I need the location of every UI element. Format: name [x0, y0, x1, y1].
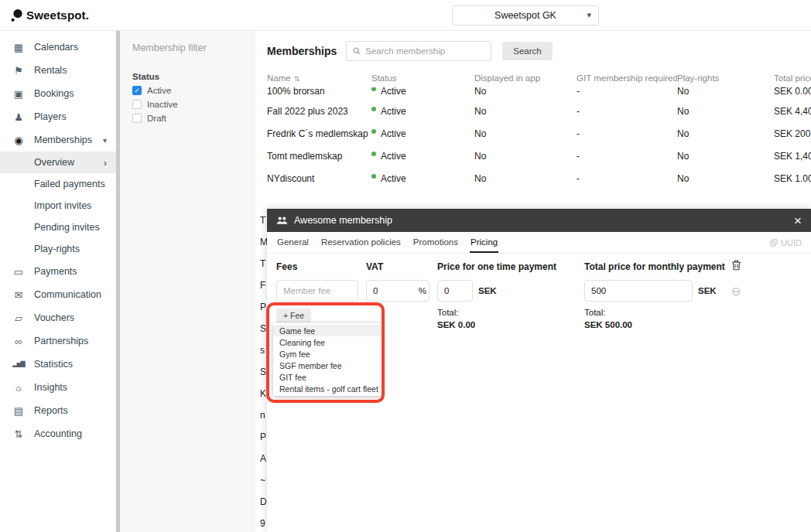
monthly-total: Total: SEK 500.00	[584, 308, 731, 329]
monthly-column-label: Total price for monthly payment	[584, 261, 731, 272]
sidebar-scrollbar[interactable]	[116, 31, 120, 532]
bookings-icon: ▣	[12, 89, 25, 99]
pricing-panel: Fees VAT Price for one time payment Tota…	[267, 254, 811, 337]
close-icon[interactable]: ×	[794, 214, 802, 227]
sidebar-item-communication[interactable]: ✉Communication	[0, 283, 116, 306]
sidebar-item-vouchers[interactable]: ▱Vouchers	[0, 306, 116, 329]
memberships-icon: ◉	[12, 135, 25, 145]
fees-header-row: Fees VAT Price for one time payment Tota…	[276, 261, 802, 274]
sidebar-item-memberships[interactable]: ◉ Memberships ▾	[0, 128, 116, 152]
players-icon: ♟	[12, 112, 25, 122]
table-row[interactable]: Tomt medlemskap Active No - No SEK 1,400…	[255, 145, 811, 167]
column-total-price: Total price	[774, 73, 811, 83]
sidebar-item-failed-payments[interactable]: Failed payments	[0, 173, 116, 195]
sidebar-item-bookings[interactable]: ▣Bookings	[0, 82, 116, 105]
search-input[interactable]	[365, 46, 484, 56]
club-selector[interactable]: Sweetspot GK ▾	[452, 5, 599, 26]
sek-suffix: SEK	[478, 286, 497, 295]
fee-option-cleaning-fee[interactable]: Cleaning fee	[273, 336, 382, 348]
filter-option-active[interactable]: ✓ Active	[132, 86, 243, 95]
filter-option-inactive[interactable]: Inactive	[132, 100, 243, 109]
covered-row-initial: T	[260, 215, 265, 226]
search-button[interactable]: Search	[502, 42, 552, 60]
fee-option-sgf-member-fee[interactable]: SGF member fee	[273, 360, 382, 371]
sidebar-item-statistics[interactable]: ▂▅▇Statistics	[0, 353, 116, 376]
table-row[interactable]: 100% brorsan Active No - No SEK 0.00	[255, 87, 811, 100]
covered-row-initial: ~	[260, 475, 265, 486]
table-row[interactable]: Fredrik C´s medlemskap Active No - No SE…	[255, 122, 811, 145]
column-play-rights: Play-rights	[677, 73, 774, 83]
vouchers-icon: ▱	[12, 313, 25, 323]
sidebar-item-partnerships[interactable]: ∞Partnerships	[0, 329, 116, 353]
fees-column-label: Fees	[276, 261, 366, 272]
table-row-clipped: 100% brorsan Active No - No SEK 0.00	[255, 87, 811, 100]
remove-fee-icon[interactable]: ⊖	[731, 285, 741, 297]
modal-tabs: General Reservation policies Promotions …	[267, 232, 811, 254]
uuid-button[interactable]: UUID	[770, 232, 802, 253]
fee-option-game-fee[interactable]: Game fee	[273, 325, 382, 336]
filter-group-label: Status	[132, 72, 243, 81]
fee-option-gym-fee[interactable]: Gym fee	[273, 348, 382, 360]
sidebar-item-accounting[interactable]: ⇅Accounting	[0, 422, 116, 445]
fee-name-input[interactable]	[276, 280, 358, 302]
column-git-required: GIT membership required	[577, 73, 677, 83]
sidebar-item-reports[interactable]: ▤Reports	[0, 399, 116, 422]
sidebar-item-calendars[interactable]: ▦Calendars	[0, 36, 116, 59]
partnerships-icon: ∞	[12, 336, 25, 346]
checkbox-unchecked-icon	[132, 100, 142, 109]
modal-header: Awesome membership ×	[267, 209, 811, 232]
calendars-icon: ▦	[12, 43, 25, 53]
add-fee-button[interactable]: + Fee	[276, 309, 311, 322]
covered-row-initial: 9	[260, 518, 265, 529]
sidebar-item-insights[interactable]: ☼Insights	[0, 376, 116, 399]
tab-general[interactable]: General	[276, 232, 310, 253]
sidebar-item-overview[interactable]: Overview ›	[0, 152, 116, 173]
table-row[interactable]: Fall 2022 plus 2023 Active No - No SEK 4…	[255, 100, 811, 122]
covered-row-initial: K	[260, 388, 266, 399]
tab-promotions[interactable]: Promotions	[412, 232, 459, 253]
sidebar: ▦Calendars ⚑Rentals ▣Bookings ♟Players ◉…	[0, 31, 116, 532]
sidebar-item-players[interactable]: ♟Players	[0, 105, 116, 128]
covered-row-initial: S	[260, 323, 266, 334]
sidebar-item-pending-invites[interactable]: Pending invites	[0, 217, 116, 238]
filter-panel-title: Membership filter	[132, 43, 243, 53]
sidebar-item-play-rights[interactable]: Play-rights	[0, 238, 116, 260]
sweetspot-logo-icon	[11, 8, 22, 22]
search-icon	[353, 46, 361, 56]
monthly-price-input[interactable]	[584, 280, 693, 302]
membership-modal: Awesome membership × General Reservation…	[267, 209, 811, 532]
column-status: Status	[371, 73, 474, 83]
filter-option-draft[interactable]: Draft	[132, 114, 243, 123]
sort-icon[interactable]: ⇅	[294, 75, 300, 83]
covered-row-initial: P	[260, 431, 266, 442]
fee-option-git-fee[interactable]: GIT fee	[273, 371, 382, 383]
one-time-price-input[interactable]	[437, 280, 473, 302]
status-dot	[371, 107, 376, 111]
covered-row-initial: T	[260, 258, 265, 269]
rentals-icon: ⚑	[12, 66, 25, 76]
covered-row-initial: D	[260, 496, 267, 507]
covered-row-initial: A	[260, 453, 266, 464]
sidebar-item-payments[interactable]: ▭Payments	[0, 260, 116, 283]
trash-icon[interactable]	[731, 260, 741, 271]
table-row[interactable]: NYdiscount Active No - No SEK 1.00	[255, 167, 811, 189]
brand: Sweetspot.	[11, 8, 89, 22]
status-dot	[371, 87, 376, 91]
vat-column-label: VAT	[366, 261, 437, 272]
sidebar-item-import-invites[interactable]: Import invites	[0, 195, 116, 217]
tab-reservation-policies[interactable]: Reservation policies	[320, 232, 402, 253]
column-displayed-in-app: Displayed in app	[474, 73, 577, 83]
covered-row-initial: s	[260, 345, 265, 356]
covered-row-initial: F	[260, 280, 265, 291]
checkbox-unchecked-icon	[132, 114, 142, 123]
statistics-icon: ▂▅▇	[12, 361, 25, 367]
covered-row-initial: P	[260, 302, 266, 312]
accounting-icon: ⇅	[12, 429, 25, 439]
covered-row-initial: S	[260, 367, 266, 377]
tab-pricing[interactable]: Pricing	[470, 232, 498, 253]
sidebar-item-rentals[interactable]: ⚑Rentals	[0, 59, 116, 82]
status-dot	[371, 129, 376, 134]
fee-input-row: % SEK SEK ⊖	[276, 280, 802, 302]
fee-option-rental-items[interactable]: Rental items - golf cart fleet	[273, 383, 382, 394]
sek-suffix: SEK	[698, 286, 717, 295]
